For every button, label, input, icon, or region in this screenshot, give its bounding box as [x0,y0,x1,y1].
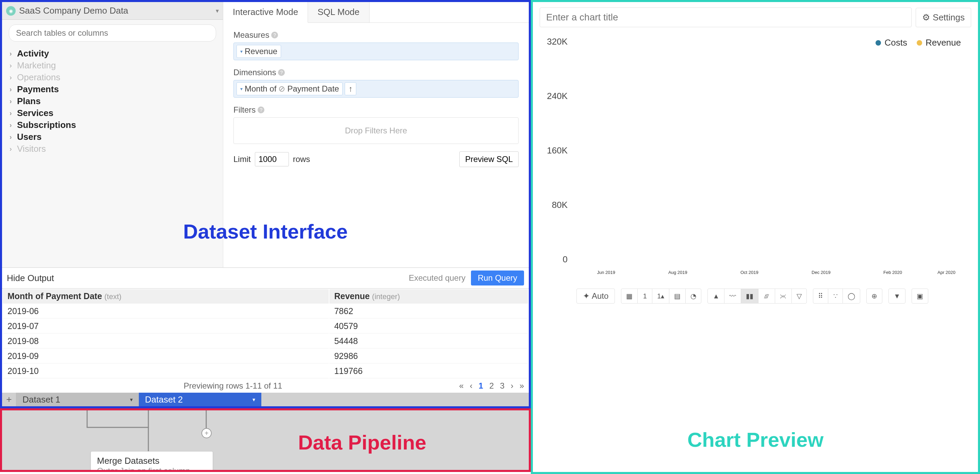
x-axis-label: Feb 2020 [857,270,929,275]
chevron-right-icon: › [10,73,17,81]
table-row[interactable]: 2019-067862 [3,304,528,318]
scatter-chart-icon[interactable]: ⠿ [813,289,828,304]
chevron-right-icon: › [10,133,17,141]
tab-sql-mode[interactable]: SQL Mode [308,2,369,22]
datasource-selector[interactable]: ◉ SaaS Company Demo Data ▾ [2,2,223,20]
add-dataset-tab[interactable]: + [2,393,16,406]
chart-legend: Costs Revenue [540,37,971,48]
legend-item-revenue[interactable]: Revenue [917,37,961,48]
table-row[interactable]: 2019-0740579 [3,319,528,334]
measure-pill-revenue[interactable]: ▾Revenue [237,45,281,58]
legend-item-costs[interactable]: Costs [875,37,907,48]
horizontal-bar-icon[interactable]: ▤ [669,289,686,304]
merge-node-subtitle: Outer Join on first column [97,466,207,472]
legend-swatch [917,40,922,46]
pager-last[interactable]: » [520,381,524,391]
column-header-revenue[interactable]: Revenue (integer) [329,289,528,304]
column-header-month[interactable]: Month of Payment Date (text) [3,289,329,304]
area-chart-icon[interactable]: ▲ [708,289,724,304]
help-icon[interactable]: ? [271,32,278,38]
bubble-chart-icon[interactable]: ∵ [828,289,843,304]
image-chart-icon[interactable]: ▣ [912,289,928,304]
x-axis-label: Dec 2019 [785,270,857,275]
tree-item-payments[interactable]: ›Payments [8,83,218,95]
tree-item-users[interactable]: ›Users [8,131,218,143]
run-query-button[interactable]: Run Query [471,270,524,285]
tree-item-plans[interactable]: ›Plans [8,95,218,107]
help-icon[interactable]: ? [258,107,264,113]
y-axis-tick: 320K [541,37,568,47]
caret-down-icon[interactable]: ▾ [253,396,255,403]
combo-chart-icon[interactable]: ⫻ [758,289,775,304]
heatmap-icon[interactable]: ◯ [843,289,860,304]
caret-down-icon: ▾ [240,86,243,92]
sort-direction-pill[interactable]: ↑ [345,82,356,95]
chart-title-input[interactable] [540,8,912,27]
help-icon[interactable]: ? [278,69,285,76]
pager-page-2[interactable]: 2 [489,381,494,391]
bar-chart-icon[interactable]: ▮▮ [741,289,759,304]
tab-interactive-mode[interactable]: Interactive Mode [223,2,308,23]
query-builder: Interactive Mode SQL Mode Measures? ▾Rev… [223,2,529,267]
limit-input[interactable] [255,152,289,166]
sparkline-icon[interactable]: ⩙ [775,289,792,304]
auto-chart-button[interactable]: ✦Auto [576,289,615,304]
filters-dropzone[interactable]: Drop Filters Here [234,118,519,144]
funnel-chart-icon[interactable]: ▽ [791,289,807,304]
table-row[interactable]: 2019-0854448 [3,334,528,348]
dimension-pill-month[interactable]: ▾Month of ⊘ Payment Date [237,82,343,95]
pie-chart-icon[interactable]: ◔ [685,289,701,304]
filter-icon[interactable]: ▼ [888,289,905,304]
merge-datasets-node[interactable]: Merge Datasets Outer Join on first colum… [91,451,213,472]
rows-label: rows [293,154,310,164]
preview-sql-button[interactable]: Preview SQL [460,151,519,167]
tree-item-services[interactable]: ›Services [8,107,218,119]
measures-dropzone[interactable]: ▾Revenue [234,43,519,60]
tree-item-activity[interactable]: ›Activity [8,48,218,60]
chart-plot-area: 080K160K240K320K [570,52,964,270]
wand-icon: ✦ [583,291,590,301]
hide-output-toggle[interactable]: Hide Output [7,273,54,283]
pager-page-1[interactable]: 1 [479,381,483,391]
pager-page-3[interactable]: 3 [500,381,504,391]
x-axis-label: Oct 2019 [714,270,785,275]
merge-node-title: Merge Datasets [97,456,207,466]
query-status-text: Executed query [409,273,466,283]
table-row[interactable]: 2019-10119766 [3,364,528,379]
chevron-right-icon: › [10,145,17,153]
chevron-right-icon: › [10,86,17,93]
y-axis-tick: 0 [541,254,568,265]
schema-search-input[interactable] [9,24,216,41]
measures-label: Measures? [234,30,519,40]
datasource-name: SaaS Company Demo Data [19,5,216,16]
limit-label: Limit [234,154,251,164]
caret-down-icon[interactable]: ▾ [130,396,133,403]
data-pipeline-panel: + + Merge Datasets Outer Join on first c… [0,408,531,472]
dimensions-dropzone[interactable]: ▾Month of ⊘ Payment Date ↑ [234,80,519,98]
pager-first[interactable]: « [459,381,463,391]
table-chart-icon[interactable]: ▦ [621,289,638,304]
tree-item-subscriptions[interactable]: ›Subscriptions [8,119,218,131]
tree-item-operations[interactable]: ›Operations [8,72,218,83]
tree-item-visitors[interactable]: ›Visitors [8,143,218,155]
pager-next[interactable]: › [511,381,514,391]
chevron-right-icon: › [10,109,17,117]
dataset-tab-2[interactable]: Dataset 2▾ [139,393,261,406]
tree-item-marketing[interactable]: ›Marketing [8,60,218,72]
single-value-trend-icon[interactable]: 1▴ [652,289,669,304]
caret-down-icon: ▾ [216,7,219,14]
dataset-interface-panel: ◉ SaaS Company Demo Data ▾ ›Activity›Mar… [0,0,531,408]
dataset-tab-1[interactable]: Dataset 1▾ [16,393,139,406]
chart-settings-button[interactable]: ⚙Settings [916,8,971,27]
y-axis-tick: 160K [541,145,568,156]
chevron-right-icon: › [10,97,17,105]
single-value-icon[interactable]: 1 [637,289,652,304]
map-chart-icon[interactable]: ⊕ [866,289,882,304]
pager-prev[interactable]: ‹ [470,381,473,391]
table-row[interactable]: 2019-0992986 [3,349,528,363]
line-chart-icon[interactable]: 〰 [724,289,741,304]
dimensions-label: Dimensions? [234,68,519,77]
pipeline-add-node[interactable]: + [202,428,212,438]
pagination: « ‹ 1 2 3 › » [459,381,524,391]
annotation-label-data-pipeline: Data Pipeline [298,431,426,454]
